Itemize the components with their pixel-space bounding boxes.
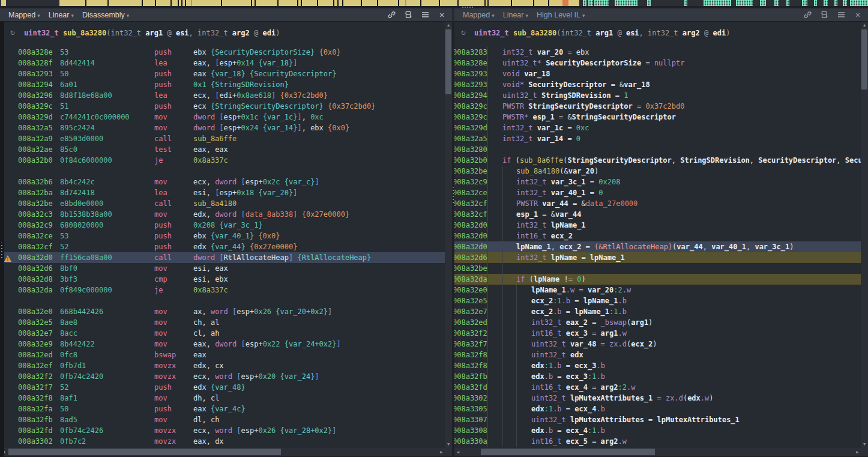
address[interactable]: 008a3296 — [18, 90, 53, 101]
left-view-menu-disassembly[interactable]: Disassembly▾ — [82, 11, 129, 19]
scroll-left-button[interactable]: ◀ — [454, 449, 462, 456]
disasm-line[interactable]: 008a32e58ae8movch, al — [0, 317, 452, 328]
address[interactable]: 008a32c9 — [454, 177, 487, 187]
hlil-line[interactable]: 008a329cPWSTR* esp_1 = &StringSecurityDe… — [454, 112, 868, 123]
scrollbar-thumb[interactable] — [861, 29, 867, 89]
address[interactable]: 008a32da — [454, 274, 487, 285]
hlil-line[interactable]: 008a32d0lpName_1, ecx_2 = (&RtlAllocateH… — [454, 241, 868, 252]
disasm-line[interactable]: 008a32f20fb74c2420movzxecx, word [esp+0x… — [0, 371, 452, 382]
disasm-line[interactable]: 008a328f8d442414leaeax, [esp+0x14 {var_1… — [0, 58, 452, 68]
split-view-icon[interactable] — [820, 11, 828, 19]
disasm-line[interactable]: 008a32f752pushedx {var_48} — [0, 382, 452, 393]
left-view-menu-mapped[interactable]: Mapped▾ — [8, 11, 40, 19]
disasm-line[interactable]: 008a32fa50pusheax {var_4c} — [0, 404, 452, 414]
address[interactable]: 008a32fb — [454, 371, 487, 382]
disasm-line[interactable]: 008a32a9e8503d0000callsub_8a6ffe — [0, 133, 452, 144]
address[interactable]: 008a32e0 — [454, 285, 487, 295]
address[interactable]: 008a3293 — [454, 68, 487, 79]
address[interactable]: 008a32b0 — [18, 155, 53, 166]
address[interactable]: 008a3283 — [454, 47, 487, 58]
left-view-menu-linear[interactable]: Linear▾ — [49, 11, 74, 19]
disasm-line[interactable] — [0, 295, 452, 306]
address[interactable]: 008a3294 — [18, 79, 53, 90]
disasm-line[interactable]: 008a32946a01push0x1 {StringSDRevision} — [0, 79, 452, 90]
hlil-line[interactable]: 008a3294uint32_t StringSDRevision = 1 — [454, 90, 868, 101]
sidebar-edge-grip[interactable] — [1, 243, 2, 258]
right-view-menu-mapped[interactable]: Mapped▾ — [463, 11, 495, 19]
address[interactable]: 008a3307 — [454, 414, 487, 425]
address[interactable]: 008a328f — [18, 58, 53, 68]
address[interactable]: 008a32b6 — [18, 177, 53, 187]
hlil-line[interactable]: 008a329cPWSTR StringSecurityDescriptor =… — [454, 101, 868, 112]
address[interactable]: 008a32f7 — [18, 382, 53, 393]
disasm-line[interactable]: 008a32e78accmovcl, ah — [0, 328, 452, 339]
disasm-line[interactable]: 008a32fd0fb74c2426movzxecx, word [esp+0x… — [0, 425, 452, 436]
address[interactable]: 008a328e — [454, 58, 487, 68]
address[interactable]: 008a3302 — [454, 393, 487, 404]
menu-icon[interactable] — [837, 11, 845, 19]
disasm-line[interactable]: 008a32bee8bd0e0000callsub_8a4180 — [0, 198, 452, 209]
address[interactable]: 008a32f7 — [454, 339, 487, 350]
address[interactable]: 008a32d0 — [18, 252, 53, 263]
hlil-line[interactable]: 008a32a5int32_t var_14 = 0 — [454, 133, 868, 144]
address[interactable]: 008a3280 — [454, 144, 487, 155]
address[interactable]: 008a32ed — [454, 317, 487, 328]
address[interactable]: 008a329c — [454, 101, 487, 112]
sidebar-edge[interactable] — [0, 22, 4, 457]
address[interactable]: 008a329d — [18, 112, 53, 123]
disasm-line[interactable]: 008a329350pusheax {var_18} {SecurityDesc… — [0, 68, 452, 79]
disasm-line[interactable]: 008a32ce53pushebx {var_40_1} {0x0} — [0, 231, 452, 241]
address[interactable]: 008a32f8 — [454, 350, 487, 360]
hlil-line[interactable]: 008a32ceint32_t var_40_1 = 0 — [454, 187, 868, 198]
hlil-line[interactable]: 008a32d0int32_t lpName_1 — [454, 220, 868, 231]
disasm-line[interactable]: 008a32ef0fb7d1movzxedx, cx — [0, 360, 452, 371]
menu-icon[interactable] — [421, 11, 429, 19]
address[interactable]: 008a3302 — [18, 436, 53, 447]
address[interactable]: 008a32ae — [18, 144, 53, 155]
address[interactable]: 008a32d6 — [454, 252, 487, 263]
disasm-line[interactable]: 008a329c51pushecx {StringSecurityDescrip… — [0, 101, 452, 112]
hlil-line[interactable]: 008a329dint32_t var_1c = 0xc — [454, 123, 868, 133]
address[interactable]: 008a32e7 — [454, 306, 487, 317]
disasm-line[interactable]: 008a32d68bf0movesi, eax — [0, 263, 452, 274]
hlil-line[interactable]: 008a3302uint32_t lpMutexAttributes_1 = z… — [454, 393, 868, 404]
address[interactable]: 008a32c3 — [18, 209, 53, 220]
feature-map-grip[interactable] — [462, 7, 473, 8]
address[interactable]: 008a32d8 — [18, 274, 53, 285]
scrollbar-thumb[interactable] — [445, 29, 451, 94]
disasm-line[interactable]: 008a32e98b442422moveax, dword [esp+0x22 … — [0, 339, 452, 350]
address[interactable]: 008a32c9 — [18, 220, 53, 231]
close-icon[interactable]: × — [854, 11, 862, 19]
hlil-line[interactable]: 008a32f8edx:1.b = ecx_3.b — [454, 360, 868, 371]
scroll-down-button[interactable]: ▼ — [445, 441, 452, 448]
address[interactable]: 008a3308 — [454, 425, 487, 436]
address[interactable]: 008a3305 — [454, 404, 487, 414]
address[interactable]: 008a32e7 — [18, 328, 53, 339]
address[interactable]: 008a3294 — [454, 90, 487, 101]
hlil-line[interactable]: 008a3280 — [454, 144, 868, 155]
address[interactable]: 008a32a5 — [18, 123, 53, 133]
address[interactable]: 008a3293 — [18, 68, 53, 79]
hlil-line[interactable]: 008a32cfesp_1 = &var_44 — [454, 209, 868, 220]
hlil-line[interactable]: 008a3308edx.b = ecx_4:1.b — [454, 425, 868, 436]
address[interactable]: 008a328e — [18, 47, 53, 58]
left-vertical-scrollbar[interactable]: ▲ ▼ — [445, 22, 452, 448]
address[interactable]: 008a32cf — [454, 198, 487, 209]
disasm-line[interactable]: 008a33020fb7c2movzxeax, dx — [0, 436, 452, 447]
address[interactable]: 008a32ef — [18, 360, 53, 371]
hlil-line[interactable]: 008a32d0int16_t ecx_2 — [454, 231, 868, 241]
hlil-line[interactable]: 008a3283int32_t var_20 = ebx — [454, 47, 868, 58]
address[interactable]: 008a32be — [18, 198, 53, 209]
address[interactable]: 008a330a — [454, 436, 487, 447]
address[interactable]: 008a32b0 — [454, 155, 487, 166]
address[interactable]: 008a32cf — [454, 209, 487, 220]
hlil-line[interactable]: 008a32besub_8a4180(&var_20) — [454, 166, 868, 177]
address[interactable]: 008a32f2 — [18, 371, 53, 382]
link-icon[interactable] — [803, 11, 812, 19]
hlil-line[interactable]: 008a32b0if (sub_8a6ffe(StringSecurityDes… — [454, 155, 868, 166]
left-function-signature[interactable]: ↻ uint32_t sub_8a3280(int32_t arg1 @ esi… — [0, 28, 452, 40]
scroll-up-button[interactable]: ▲ — [445, 22, 452, 29]
hlil-line[interactable]: 008a330aint16_t ecx_5 = arg2.w — [454, 436, 868, 447]
disasm-line[interactable]: 008a32fb8ad5movdl, ch — [0, 414, 452, 425]
hlil-line[interactable]: 008a32fdint16_t ecx_4 = arg2:2.w — [454, 382, 868, 393]
